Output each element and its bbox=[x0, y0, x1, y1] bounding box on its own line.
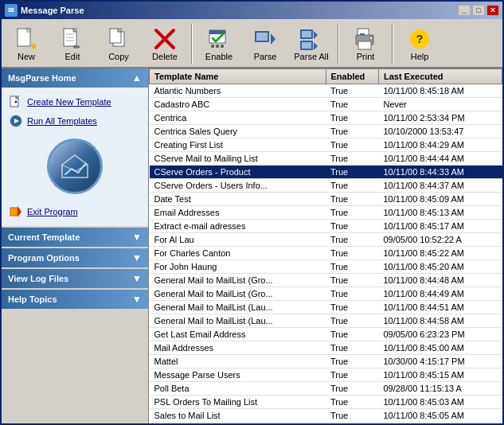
cell-enabled: True bbox=[326, 368, 378, 382]
edit-button[interactable]: ✏ Edit bbox=[51, 22, 94, 65]
enable-button[interactable]: Enable bbox=[197, 22, 240, 65]
table-row[interactable]: Creating First ListTrue10/11/00 8:44:29 … bbox=[150, 138, 502, 152]
cell-enabled: True bbox=[326, 382, 378, 396]
table-row[interactable]: Extract e-mail adressesTrue10/11/00 8:45… bbox=[150, 220, 502, 233]
cell-last-executed: 10/11/00 8:44:33 AM bbox=[378, 166, 502, 179]
cell-enabled: True bbox=[326, 409, 378, 423]
maximize-button[interactable]: □ bbox=[472, 5, 485, 16]
table-row[interactable]: Cadastro ABCTrueNever bbox=[150, 98, 502, 111]
chevron-down-icon-2: ▼ bbox=[132, 252, 142, 263]
table-row[interactable]: Message Parse UsersTrue10/11/00 8:45:15 … bbox=[150, 368, 502, 382]
chevron-up-icon: ▲ bbox=[132, 72, 142, 84]
content-area: MsgParse Home ▲ Create New Template bbox=[2, 68, 502, 423]
col-last-executed: Last Executed bbox=[378, 69, 502, 84]
cell-enabled: True bbox=[326, 206, 378, 220]
table-row[interactable]: PSL Orders To Mailing ListTrue10/11/00 8… bbox=[150, 396, 502, 409]
sidebar-header-options[interactable]: Program Options ▼ bbox=[2, 248, 148, 267]
table-row[interactable]: Sales to Mail ListTrue10/11/00 8:45:05 A… bbox=[150, 409, 502, 423]
col-enabled: Enabled bbox=[326, 69, 378, 84]
table-row[interactable]: General Mail to MailList (Lau...True10/1… bbox=[150, 314, 502, 328]
close-button[interactable]: ✕ bbox=[486, 5, 499, 16]
table-row[interactable]: General Mail to MailList (Gro...True10/1… bbox=[150, 274, 502, 287]
cell-enabled: True bbox=[326, 84, 378, 98]
parse-all-button[interactable]: Parse All bbox=[290, 22, 333, 65]
app-logo bbox=[47, 138, 103, 194]
sidebar-header-home[interactable]: MsgParse Home ▲ bbox=[2, 68, 148, 88]
svg-marker-23 bbox=[271, 33, 275, 45]
cell-last-executed: 10/11/00 8:44:51 AM bbox=[378, 301, 502, 314]
cell-template-name: Poll Beta bbox=[150, 382, 326, 396]
table-row[interactable]: Date TestTrue10/11/00 8:45:09 AM bbox=[150, 193, 502, 206]
cell-last-executed: 10/11/00 8:45:20 AM bbox=[378, 260, 502, 274]
table-row[interactable]: Email AddressesTrue10/11/00 8:45:13 AM bbox=[150, 206, 502, 220]
cell-last-executed: 10/11/00 8:44:29 AM bbox=[378, 138, 502, 152]
cell-last-executed: 10/11/00 8:44:48 AM bbox=[378, 274, 502, 287]
table-row[interactable]: CentricaTrue10/11/00 2:53:34 PM bbox=[150, 111, 502, 125]
cell-template-name: CServe Mail to Mailing List bbox=[150, 152, 326, 166]
svg-marker-29 bbox=[314, 42, 318, 50]
table-row[interactable]: For Charles CantonTrue10/11/00 8:45:22 A… bbox=[150, 247, 502, 260]
cell-template-name: Extract e-mail adresses bbox=[150, 220, 326, 233]
cell-last-executed: 09/05/00 10:52:22 A bbox=[378, 233, 502, 247]
chevron-down-icon-4: ▼ bbox=[132, 294, 142, 305]
copy-icon bbox=[106, 26, 131, 52]
help-button[interactable]: ? Help bbox=[398, 22, 441, 65]
table-row[interactable]: Mail AddressesTrue10/11/00 8:45:00 AM bbox=[150, 341, 502, 355]
sidebar-item-create[interactable]: Create New Template bbox=[5, 92, 145, 111]
table-row[interactable]: General Mail to MailList (Lau...True10/1… bbox=[150, 301, 502, 314]
delete-icon bbox=[152, 26, 178, 52]
cell-template-name: For Charles Canton bbox=[150, 247, 326, 260]
print-button[interactable]: Print bbox=[344, 22, 387, 65]
table-row[interactable]: Centrica Sales QueryTrue10/10/2000 13:53… bbox=[150, 125, 502, 138]
table-row[interactable]: Sent Items to Mailing ListTrue10/11/00 8… bbox=[150, 423, 502, 424]
table-row[interactable]: CServe Orders - Users Info...True10/11/0… bbox=[150, 179, 502, 193]
cell-enabled: True bbox=[326, 301, 378, 314]
minimize-button[interactable]: _ bbox=[458, 5, 471, 16]
table-row[interactable]: For John HaungTrue10/11/00 8:45:20 AM bbox=[150, 260, 502, 274]
sidebar-header-log[interactable]: View Log Files ▼ bbox=[2, 269, 148, 288]
table-row[interactable]: For Al LauTrue09/05/00 10:52:22 A bbox=[150, 233, 502, 247]
table-row[interactable]: CServe Orders - ProductTrue10/11/00 8:44… bbox=[150, 166, 502, 179]
table-row[interactable]: Atlantic NumbersTrue10/11/00 8:45:18 AM bbox=[150, 84, 502, 98]
copy-label: Copy bbox=[108, 52, 129, 61]
table-row[interactable]: General Mail to MailList (Gro...True10/1… bbox=[150, 287, 502, 301]
table-container[interactable]: Template Name Enabled Last Executed Atla… bbox=[149, 68, 502, 423]
svg-marker-26 bbox=[314, 31, 318, 39]
create-icon bbox=[10, 96, 22, 108]
sidebar-item-exit[interactable]: Exit Program bbox=[5, 202, 145, 221]
sidebar-home-label: MsgParse Home bbox=[8, 73, 76, 83]
cell-last-executed: 09/28/00 11:15:13 A bbox=[378, 382, 502, 396]
toolbar: ★ New ✏ Edit bbox=[2, 19, 502, 68]
help-icon: ? bbox=[407, 26, 432, 52]
help-label: Help bbox=[411, 52, 429, 61]
table-row[interactable]: MattelTrue10/30/00 4:15:17 PM bbox=[150, 355, 502, 368]
table-row[interactable]: CServe Mail to Mailing ListTrue10/11/00 … bbox=[150, 152, 502, 166]
cell-template-name: Centrica Sales Query bbox=[150, 125, 326, 138]
separator-2 bbox=[338, 24, 339, 64]
exit-label: Exit Program bbox=[27, 207, 78, 216]
cell-enabled: True bbox=[326, 233, 378, 247]
sidebar-item-run-all[interactable]: Run All Templates bbox=[5, 111, 145, 131]
sidebar-header-help[interactable]: Help Topics ▼ bbox=[2, 290, 148, 309]
cell-last-executed: 09/05/00 6:23:23 PM bbox=[378, 328, 502, 341]
copy-button[interactable]: Copy bbox=[97, 22, 140, 65]
table-row[interactable]: Poll BetaTrue09/28/00 11:15:13 A bbox=[150, 382, 502, 396]
cell-template-name: Get Last Email Address bbox=[150, 328, 326, 341]
new-icon: ★ bbox=[14, 26, 39, 52]
cell-enabled: True bbox=[326, 98, 378, 111]
svg-rect-33 bbox=[360, 33, 365, 35]
sidebar-header-current[interactable]: Current Template ▼ bbox=[2, 228, 148, 247]
cell-last-executed: 10/11/00 8:45:15 AM bbox=[378, 368, 502, 382]
svg-rect-32 bbox=[358, 41, 371, 49]
cell-enabled: True bbox=[326, 328, 378, 341]
parse-button[interactable]: Parse bbox=[244, 22, 287, 65]
new-label: New bbox=[18, 52, 35, 61]
delete-button[interactable]: Delete bbox=[143, 22, 186, 65]
exit-icon bbox=[10, 205, 22, 218]
sidebar-logo bbox=[5, 131, 145, 202]
cell-enabled: True bbox=[326, 152, 378, 166]
sidebar: MsgParse Home ▲ Create New Template bbox=[2, 68, 149, 423]
table-row[interactable]: Get Last Email AddressTrue09/05/00 6:23:… bbox=[150, 328, 502, 341]
new-button[interactable]: ★ New bbox=[5, 22, 48, 65]
separator-3 bbox=[392, 24, 393, 64]
